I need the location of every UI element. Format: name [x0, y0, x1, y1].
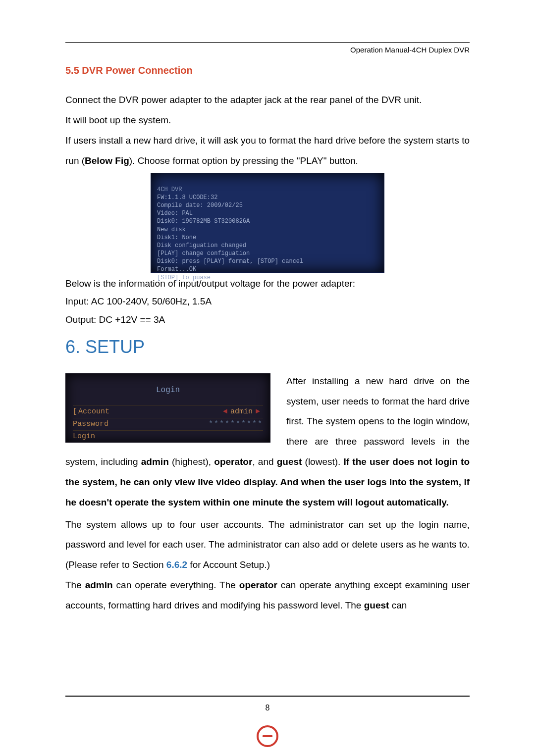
login-action-label: Login — [73, 431, 263, 443]
text: can operate everything. The — [113, 580, 239, 590]
minus-icon — [263, 735, 272, 737]
login-window-title: Login — [73, 382, 263, 399]
boot-line: Disk configuation changed — [157, 242, 378, 250]
setup-body: Login Account ◄admin► Password *********… — [65, 371, 470, 513]
boot-screenshot: 4CH DVRFW:1.1.8 UCODE:32Compile date: 20… — [151, 173, 384, 273]
login-login-row: Login — [73, 430, 263, 443]
boot-line: Format...OK — [157, 265, 378, 273]
text-bold: admin — [141, 456, 169, 467]
paragraph: If users install a new hard drive, it wi… — [65, 131, 470, 171]
cross-reference-link[interactable]: 6.6.2 — [166, 559, 187, 570]
text-bold: operator — [214, 456, 252, 467]
text: The — [65, 580, 85, 590]
text-bold: admin — [85, 580, 113, 590]
text: , and — [252, 456, 276, 467]
login-screenshot: Login Account ◄admin► Password *********… — [65, 373, 270, 443]
section-6-title: 6. SETUP — [65, 337, 470, 357]
boot-line: [PLAY] change configuation — [157, 250, 378, 257]
page-number: 8 — [0, 704, 535, 712]
login-password-label: Password — [73, 418, 209, 430]
header-title: Operation Manual-4CH Duplex DVR — [65, 46, 470, 54]
login-account-label: Account — [73, 406, 220, 418]
text-bold: guest — [277, 456, 302, 467]
paragraph: Input: AC 100-240V, 50/60Hz, 1.5A — [65, 293, 470, 310]
boot-line: Disk0: 190782MB ST3200826A — [157, 217, 378, 225]
footer-divider — [65, 696, 470, 697]
paragraph: Output: DC +12V == 3A — [65, 311, 470, 329]
login-password-value: ********** — [209, 418, 263, 430]
boot-line: Compile date: 2009/02/25 — [157, 202, 378, 209]
section-5-5-title: 5.5 DVR Power Connection — [65, 65, 470, 76]
right-arrow-icon: ► — [253, 407, 263, 416]
paragraph: Below is the information of input/output… — [65, 275, 470, 293]
text: can — [389, 600, 407, 610]
login-account-row: Account ◄admin► — [73, 405, 263, 418]
paragraph: The system allows up to four user accoun… — [65, 515, 470, 576]
paragraph: Connect the DVR power adapter to the ada… — [65, 90, 470, 110]
text-bold: guest — [364, 600, 389, 610]
text: ). Choose format option by pressing the … — [129, 155, 358, 166]
text-bold: operator — [239, 580, 277, 590]
header-divider — [65, 42, 470, 43]
text: admin — [230, 407, 253, 416]
boot-line: Video: PAL — [157, 209, 378, 217]
text: for Account Setup.) — [187, 559, 270, 570]
text-bold: Below Fig — [85, 155, 129, 166]
boot-line: New disk — [157, 226, 378, 234]
left-arrow-icon: ◄ — [220, 407, 230, 416]
zoom-out-icon[interactable] — [257, 725, 278, 747]
paragraph: It will boot up the system. — [65, 110, 470, 131]
login-account-value: ◄admin► — [220, 406, 263, 418]
boot-line: Disk1: None — [157, 234, 378, 242]
boot-line: 4CH DVR — [157, 186, 378, 194]
paragraph: The admin can operate everything. The op… — [65, 575, 470, 616]
login-password-row: Password ********** — [73, 418, 263, 430]
boot-line: Disk0: press [PLAY] format, [STOP] cance… — [157, 257, 378, 265]
text: (lowest). — [302, 456, 343, 467]
text: (highest), — [169, 456, 214, 467]
boot-line: FW:1.1.8 UCODE:32 — [157, 194, 378, 202]
